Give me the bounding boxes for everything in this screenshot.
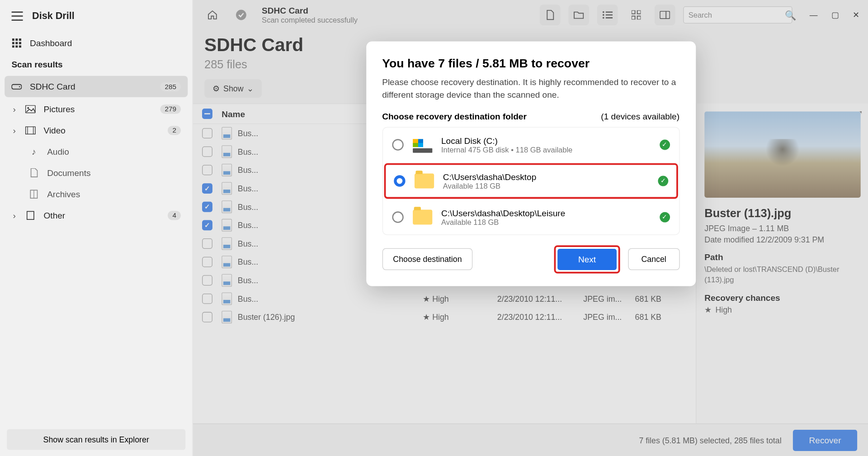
destination-radio[interactable]	[392, 139, 403, 150]
picture-icon	[25, 105, 36, 113]
disk-icon	[412, 137, 432, 153]
modal-overlay: You have 7 files / 5.81 MB to recover Pl…	[193, 0, 868, 456]
destination-sub: Available 118 GB	[443, 181, 649, 190]
dest-label: Choose recovery destination folder	[382, 111, 527, 121]
recovery-destination-modal: You have 7 files / 5.81 MB to recover Pl…	[366, 41, 696, 285]
sidebar-item-other[interactable]: › Other 4	[0, 204, 192, 226]
modal-title: You have 7 files / 5.81 MB to recover	[382, 56, 679, 70]
chevron-right-icon: ›	[11, 125, 17, 135]
devices-count: (1 devices available)	[601, 111, 679, 121]
drive-icon	[11, 82, 22, 90]
destination-sub: Internal 475 GB disk • 118 GB available	[441, 145, 650, 154]
svg-rect-13	[26, 126, 36, 134]
video-icon	[25, 126, 36, 134]
sidebar-item-label: Other	[44, 210, 66, 220]
count-badge: 2	[168, 125, 181, 134]
sidebar-item-label: Dashboard	[30, 38, 72, 48]
sidebar-item-label: SDHC Card	[30, 81, 75, 91]
svg-rect-1	[15, 38, 18, 40]
destination-radio[interactable]	[392, 211, 403, 223]
svg-point-12	[27, 107, 29, 109]
sidebar-item-label: Video	[44, 125, 66, 135]
destination-item[interactable]: Local Disk (C:) Internal 475 GB disk • 1…	[382, 127, 679, 162]
other-icon	[25, 210, 36, 219]
destination-item[interactable]: C:\Users\dasha\Desktop Available 118 GB …	[384, 163, 678, 199]
svg-rect-3	[12, 42, 14, 44]
destination-item[interactable]: C:\Users\dasha\Desktop\Leisure Available…	[382, 200, 679, 234]
audio-icon: ♪	[29, 147, 39, 157]
sidebar-item-video[interactable]: › Video 2	[0, 119, 192, 141]
svg-rect-2	[19, 38, 21, 40]
sidebar-heading: Scan results	[0, 53, 192, 75]
sidebar-item-label: Pictures	[44, 104, 75, 114]
sidebar-item-sdhc[interactable]: SDHC Card 285	[5, 76, 188, 97]
check-icon: ✓	[660, 212, 670, 222]
sidebar-item-pictures[interactable]: › Pictures 279	[0, 98, 192, 119]
document-icon	[29, 168, 39, 177]
svg-rect-0	[12, 38, 14, 40]
svg-point-10	[19, 86, 20, 87]
next-button-highlight: Next	[554, 245, 620, 273]
folder-icon	[414, 173, 434, 188]
grid-icon	[11, 38, 22, 47]
app-name: Disk Drill	[32, 10, 75, 22]
count-badge: 4	[168, 210, 181, 219]
choose-destination-button[interactable]: Choose destination	[382, 248, 473, 270]
svg-rect-4	[15, 42, 18, 44]
destination-title: Local Disk (C:)	[441, 135, 650, 145]
menu-icon[interactable]	[11, 11, 23, 20]
svg-rect-5	[19, 42, 21, 44]
sidebar-item-audio[interactable]: ♪ Audio	[0, 141, 192, 162]
sidebar-item-label: Documents	[47, 168, 90, 178]
sidebar: Disk Drill Dashboard Scan results SDHC C…	[0, 0, 193, 456]
archive-icon	[29, 189, 39, 198]
svg-rect-6	[12, 45, 14, 48]
svg-rect-7	[15, 45, 18, 48]
chevron-right-icon: ›	[11, 104, 17, 114]
next-button[interactable]: Next	[557, 248, 617, 270]
count-badge: 285	[160, 82, 181, 91]
chevron-right-icon: ›	[11, 210, 17, 220]
sidebar-item-dashboard[interactable]: Dashboard	[0, 32, 192, 53]
sidebar-item-label: Archives	[47, 189, 80, 199]
check-icon: ✓	[660, 139, 670, 150]
sidebar-item-label: Audio	[47, 147, 69, 157]
svg-rect-18	[27, 211, 34, 219]
sidebar-item-archives[interactable]: Archives	[0, 183, 192, 204]
count-badge: 279	[160, 104, 181, 114]
sidebar-item-documents[interactable]: Documents	[0, 162, 192, 183]
modal-description: Please choose recovery destination. It i…	[382, 76, 679, 101]
show-in-explorer-button[interactable]: Show scan results in Explorer	[7, 429, 185, 450]
check-icon: ✓	[658, 176, 668, 186]
folder-icon	[412, 209, 432, 224]
destination-radio[interactable]	[394, 175, 405, 186]
cancel-button[interactable]: Cancel	[628, 248, 679, 270]
destination-title: C:\Users\dasha\Desktop\Leisure	[441, 208, 650, 218]
destination-title: C:\Users\dasha\Desktop	[443, 171, 649, 181]
main-area: SDHC Card Scan completed successfully 🔍 …	[193, 0, 868, 456]
svg-rect-8	[19, 45, 21, 48]
destination-sub: Available 118 GB	[441, 218, 650, 226]
